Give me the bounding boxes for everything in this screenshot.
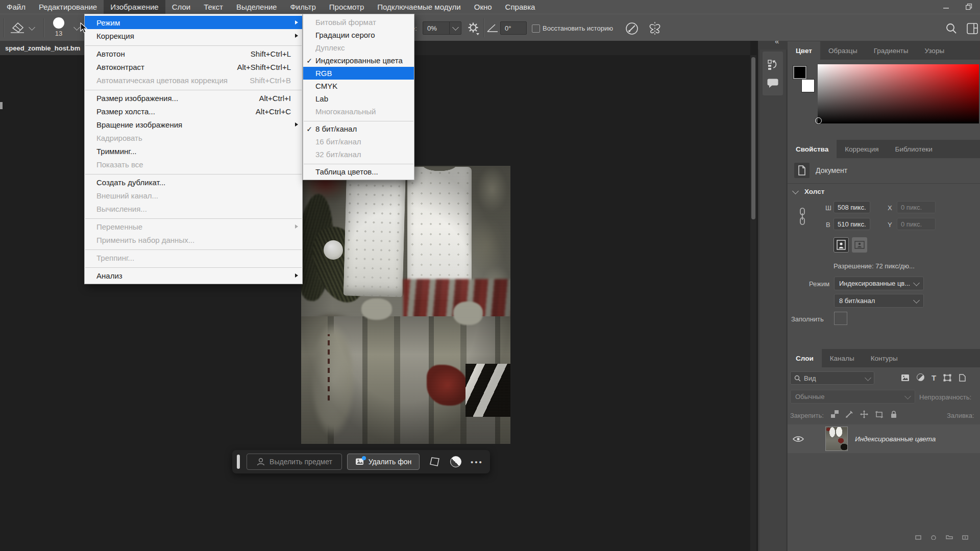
submenu-item[interactable]: 8 бит/канал (303, 122, 414, 135)
document-tab[interactable]: speed_zombie_host.bm (0, 41, 86, 55)
smoothing-brush-button[interactable] (625, 21, 639, 37)
panel-tab[interactable]: Цвет (788, 41, 820, 60)
foreground-color-swatch[interactable] (793, 66, 806, 79)
minimize-button[interactable] (935, 0, 958, 14)
eraser-preset-chevron-icon[interactable] (29, 24, 35, 31)
height-field[interactable]: 510 пикс. (834, 218, 870, 230)
eraser-tool-preset[interactable] (8, 21, 26, 36)
submenu-item[interactable]: RGB (303, 67, 414, 80)
comments-panel-icon[interactable] (767, 78, 779, 88)
menu-item[interactable]: Анализ (85, 269, 302, 282)
lock-transparency-icon[interactable] (831, 410, 839, 418)
restore-button[interactable] (958, 0, 980, 14)
panel-tab[interactable]: Коррекция (837, 140, 887, 158)
panel-tab[interactable]: Контуры (863, 349, 906, 367)
layer-row[interactable]: Индексированные цвета (788, 424, 980, 453)
submenu-item[interactable]: Градации серого (303, 29, 414, 41)
filter-adjustment-layers-icon[interactable] (917, 373, 924, 381)
orientation-portrait-button[interactable] (834, 237, 849, 253)
submenu-item[interactable]: Дуплекс (303, 41, 414, 54)
layer-name[interactable]: Индексированные цвета (855, 435, 936, 443)
transform-button[interactable] (429, 456, 441, 467)
panel-tab[interactable]: Узоры (917, 41, 953, 60)
menu-item[interactable]: Треппинг... (85, 251, 302, 264)
new-group-icon[interactable] (946, 534, 953, 540)
menu-item[interactable]: Автотон Shift+Ctrl+L (85, 47, 302, 60)
menu-item[interactable]: Размер холста... Alt+Ctrl+C (85, 105, 302, 118)
workspace-switcher-button[interactable] (966, 22, 978, 36)
menubar-item[interactable]: Текст (197, 0, 230, 14)
submenu-item[interactable]: 16 бит/канал (303, 135, 414, 148)
menubar-item[interactable]: Просмотр (323, 0, 371, 14)
panel-tab[interactable]: Образцы (820, 41, 866, 60)
menubar-item[interactable]: Редактирование (32, 0, 104, 14)
bit-depth-dropdown[interactable]: 8 бит/канал (834, 294, 924, 308)
angle-input[interactable]: 0° (500, 21, 527, 35)
submenu-item[interactable]: Индексированные цвета (303, 54, 414, 67)
search-button[interactable] (945, 22, 958, 36)
layer-thumbnail[interactable] (825, 427, 848, 451)
submenu-item[interactable]: 32 бит/канал (303, 148, 414, 161)
submenu-item[interactable]: CMYK (303, 80, 414, 92)
lock-pixels-icon[interactable] (845, 410, 853, 418)
width-field[interactable]: 508 пикс. (834, 201, 870, 213)
menu-item[interactable]: Автоматическая цветовая коррекция Shift+… (85, 73, 302, 87)
menubar-item[interactable]: Файл (0, 0, 32, 14)
menu-item[interactable]: Внешний канал... (85, 189, 302, 202)
menubar-item[interactable]: Справка (499, 0, 542, 14)
submenu-item[interactable]: Lab (303, 92, 414, 105)
submenu-item[interactable]: Битовый формат (303, 16, 414, 29)
filter-shape-layers-icon[interactable] (943, 373, 951, 382)
lock-position-icon[interactable] (860, 410, 868, 418)
layer-filter-search[interactable]: Вид (790, 371, 874, 385)
color-gradient-field[interactable] (818, 64, 979, 123)
panel-tab[interactable]: Каналы (822, 349, 863, 367)
x-field[interactable]: 0 пикс. (897, 201, 936, 213)
restore-history-checkbox[interactable] (532, 24, 540, 33)
menu-item[interactable]: Вращение изображения (85, 118, 302, 131)
menu-item[interactable]: Создать дубликат... (85, 176, 302, 189)
menubar-item[interactable]: Фильтр (283, 0, 322, 14)
select-subject-button[interactable]: Выделить предмет (247, 454, 342, 470)
canvas-image[interactable] (301, 166, 510, 444)
menubar-item[interactable]: Окно (468, 0, 499, 14)
lock-artboard-icon[interactable] (875, 410, 884, 418)
adjustments-button[interactable] (450, 456, 461, 467)
panel-tab[interactable]: Слои (788, 349, 822, 367)
taskbar-drag-handle[interactable] (237, 455, 240, 469)
menu-item[interactable]: Режим (85, 16, 302, 29)
airbrush-settings-button[interactable] (467, 22, 480, 37)
menu-item[interactable]: Коррекция (85, 29, 302, 42)
blend-mode-dropdown[interactable]: Обычные (790, 390, 915, 404)
layer-mask-icon[interactable] (930, 534, 937, 540)
menu-item[interactable]: Автоконтраст Alt+Shift+Ctrl+L (85, 60, 302, 73)
section-chevron-icon[interactable] (792, 188, 799, 194)
menu-item[interactable]: Переменные (85, 220, 302, 233)
filter-pixel-layers-icon[interactable] (901, 373, 910, 382)
menu-item[interactable]: Кадрировать (85, 131, 302, 144)
link-dimensions-icon[interactable] (799, 207, 806, 227)
symmetry-button[interactable] (647, 21, 663, 38)
mode-dropdown[interactable]: Индексированные цв... (834, 277, 924, 290)
menu-item[interactable]: Тримминг... (85, 144, 302, 158)
menubar-item[interactable]: Изображение (104, 0, 165, 14)
filter-type-layers-icon[interactable] (932, 373, 936, 382)
layer-visibility-toggle[interactable] (793, 435, 804, 443)
menubar-item[interactable]: Слои (165, 0, 197, 14)
y-field[interactable]: 0 пикс. (897, 218, 936, 230)
menubar-item[interactable]: Подключаемые модули (371, 0, 467, 14)
vertical-scrollbar-thumb[interactable] (751, 57, 755, 219)
remove-background-button[interactable]: Удалить фон (347, 454, 420, 470)
new-layer-icon[interactable] (962, 534, 968, 540)
canvas-fill-swatch[interactable] (834, 312, 847, 325)
menu-item[interactable]: Применить набор данных... (85, 233, 302, 246)
orientation-landscape-button[interactable] (852, 237, 867, 253)
more-options-button[interactable]: ••• (471, 458, 483, 466)
color-picker-ring[interactable] (815, 117, 822, 124)
panel-tab[interactable]: Библиотеки (887, 140, 941, 158)
panel-tab[interactable]: Градиенты (866, 41, 917, 60)
history-panel-icon[interactable] (767, 59, 779, 71)
layer-effects-icon[interactable] (915, 534, 921, 540)
brush-size-picker[interactable]: 13 (47, 17, 70, 37)
menu-item[interactable]: Показать все (85, 158, 302, 171)
